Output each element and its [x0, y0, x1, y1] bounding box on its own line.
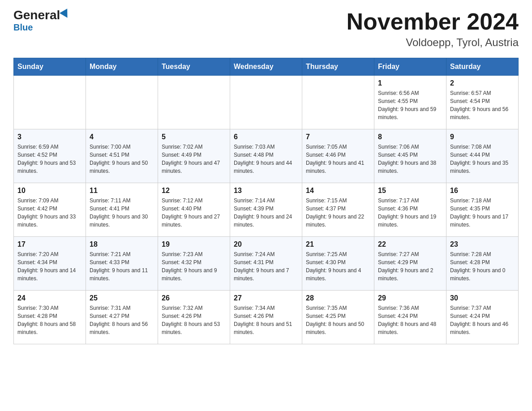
- day-number: 7: [306, 133, 370, 141]
- page-header: General Blue November 2024 Voldoepp, Tyr…: [13, 9, 519, 49]
- day-number: 11: [90, 187, 154, 195]
- day-number: 9: [450, 133, 515, 141]
- calendar-cell: [86, 76, 158, 129]
- day-info: Sunrise: 7:09 AM Sunset: 4:42 PM Dayligh…: [17, 197, 82, 229]
- calendar-cell: 17Sunrise: 7:20 AM Sunset: 4:34 PM Dayli…: [14, 237, 86, 291]
- day-number: 12: [162, 187, 226, 195]
- day-number: 1: [378, 79, 442, 87]
- day-info: Sunrise: 7:05 AM Sunset: 4:46 PM Dayligh…: [306, 143, 370, 175]
- calendar-cell: 15Sunrise: 7:17 AM Sunset: 4:36 PM Dayli…: [374, 183, 446, 237]
- calendar-cell: 22Sunrise: 7:27 AM Sunset: 4:29 PM Dayli…: [374, 237, 446, 291]
- day-number: 19: [162, 240, 226, 248]
- calendar-cell: 16Sunrise: 7:18 AM Sunset: 4:35 PM Dayli…: [446, 183, 519, 237]
- col-header-thursday: Thursday: [302, 58, 374, 76]
- day-number: 28: [306, 294, 370, 302]
- day-info: Sunrise: 7:18 AM Sunset: 4:35 PM Dayligh…: [450, 197, 515, 229]
- day-number: 16: [450, 187, 515, 195]
- day-number: 27: [234, 294, 298, 302]
- calendar-cell: 29Sunrise: 7:36 AM Sunset: 4:24 PM Dayli…: [374, 291, 446, 344]
- day-info: Sunrise: 7:20 AM Sunset: 4:34 PM Dayligh…: [17, 250, 82, 283]
- logo-main: General: [13, 9, 70, 21]
- day-info: Sunrise: 7:14 AM Sunset: 4:39 PM Dayligh…: [234, 197, 298, 229]
- day-info: Sunrise: 7:30 AM Sunset: 4:28 PM Dayligh…: [17, 304, 82, 336]
- week-row-5: 24Sunrise: 7:30 AM Sunset: 4:28 PM Dayli…: [14, 291, 519, 344]
- calendar-cell: 8Sunrise: 7:06 AM Sunset: 4:45 PM Daylig…: [374, 129, 446, 183]
- day-info: Sunrise: 7:06 AM Sunset: 4:45 PM Dayligh…: [378, 143, 442, 175]
- calendar-cell: 13Sunrise: 7:14 AM Sunset: 4:39 PM Dayli…: [230, 183, 302, 237]
- calendar-cell: 18Sunrise: 7:21 AM Sunset: 4:33 PM Dayli…: [86, 237, 158, 291]
- week-row-1: 1Sunrise: 6:56 AM Sunset: 4:55 PM Daylig…: [14, 76, 519, 129]
- day-number: 17: [17, 240, 82, 248]
- calendar-cell: 19Sunrise: 7:23 AM Sunset: 4:32 PM Dayli…: [158, 237, 230, 291]
- calendar-cell: 14Sunrise: 7:15 AM Sunset: 4:37 PM Dayli…: [302, 183, 374, 237]
- day-info: Sunrise: 7:31 AM Sunset: 4:27 PM Dayligh…: [90, 304, 154, 336]
- calendar-cell: 21Sunrise: 7:25 AM Sunset: 4:30 PM Dayli…: [302, 237, 374, 291]
- calendar-cell: 27Sunrise: 7:34 AM Sunset: 4:26 PM Dayli…: [230, 291, 302, 344]
- day-number: 10: [17, 187, 82, 195]
- calendar-cell: [158, 76, 230, 129]
- day-info: Sunrise: 7:00 AM Sunset: 4:51 PM Dayligh…: [90, 143, 154, 175]
- calendar-cell: 26Sunrise: 7:32 AM Sunset: 4:26 PM Dayli…: [158, 291, 230, 344]
- col-header-tuesday: Tuesday: [158, 58, 230, 76]
- day-number: 21: [306, 240, 370, 248]
- day-info: Sunrise: 6:59 AM Sunset: 4:52 PM Dayligh…: [17, 143, 82, 175]
- calendar-cell: 2Sunrise: 6:57 AM Sunset: 4:54 PM Daylig…: [446, 76, 519, 129]
- calendar-cell: 23Sunrise: 7:28 AM Sunset: 4:28 PM Dayli…: [446, 237, 519, 291]
- logo-subtitle: Blue: [13, 22, 33, 33]
- day-number: 20: [234, 240, 298, 248]
- calendar-cell: 25Sunrise: 7:31 AM Sunset: 4:27 PM Dayli…: [86, 291, 158, 344]
- day-info: Sunrise: 6:56 AM Sunset: 4:55 PM Dayligh…: [378, 89, 442, 121]
- day-info: Sunrise: 6:57 AM Sunset: 4:54 PM Dayligh…: [450, 89, 515, 121]
- day-info: Sunrise: 7:25 AM Sunset: 4:30 PM Dayligh…: [306, 250, 370, 283]
- calendar-cell: 6Sunrise: 7:03 AM Sunset: 4:48 PM Daylig…: [230, 129, 302, 183]
- day-number: 4: [90, 133, 154, 141]
- col-header-sunday: Sunday: [14, 58, 86, 76]
- calendar-cell: 3Sunrise: 6:59 AM Sunset: 4:52 PM Daylig…: [14, 129, 86, 183]
- day-number: 18: [90, 240, 154, 248]
- col-header-saturday: Saturday: [446, 58, 519, 76]
- calendar-cell: [302, 76, 374, 129]
- day-info: Sunrise: 7:21 AM Sunset: 4:33 PM Dayligh…: [90, 250, 154, 283]
- day-info: Sunrise: 7:24 AM Sunset: 4:31 PM Dayligh…: [234, 250, 298, 283]
- week-row-3: 10Sunrise: 7:09 AM Sunset: 4:42 PM Dayli…: [14, 183, 519, 237]
- day-number: 22: [378, 240, 442, 248]
- col-header-monday: Monday: [86, 58, 158, 76]
- day-number: 23: [450, 240, 515, 248]
- calendar-header-row: SundayMondayTuesdayWednesdayThursdayFrid…: [14, 58, 519, 76]
- calendar-cell: 20Sunrise: 7:24 AM Sunset: 4:31 PM Dayli…: [230, 237, 302, 291]
- day-info: Sunrise: 7:12 AM Sunset: 4:40 PM Dayligh…: [162, 197, 226, 229]
- day-info: Sunrise: 7:17 AM Sunset: 4:36 PM Dayligh…: [378, 197, 442, 229]
- calendar-table: SundayMondayTuesdayWednesdayThursdayFrid…: [13, 58, 519, 344]
- calendar-cell: 11Sunrise: 7:11 AM Sunset: 4:41 PM Dayli…: [86, 183, 158, 237]
- day-number: 8: [378, 133, 442, 141]
- day-number: 15: [378, 187, 442, 195]
- day-number: 6: [234, 133, 298, 141]
- day-info: Sunrise: 7:37 AM Sunset: 4:24 PM Dayligh…: [450, 304, 515, 336]
- calendar-cell: 9Sunrise: 7:08 AM Sunset: 4:44 PM Daylig…: [446, 129, 519, 183]
- day-info: Sunrise: 7:11 AM Sunset: 4:41 PM Dayligh…: [90, 197, 154, 229]
- calendar-cell: 4Sunrise: 7:00 AM Sunset: 4:51 PM Daylig…: [86, 129, 158, 183]
- day-number: 30: [450, 294, 515, 302]
- day-info: Sunrise: 7:36 AM Sunset: 4:24 PM Dayligh…: [378, 304, 442, 336]
- col-header-friday: Friday: [374, 58, 446, 76]
- calendar-cell: 1Sunrise: 6:56 AM Sunset: 4:55 PM Daylig…: [374, 76, 446, 129]
- day-info: Sunrise: 7:35 AM Sunset: 4:25 PM Dayligh…: [306, 304, 370, 336]
- day-number: 13: [234, 187, 298, 195]
- day-number: 25: [90, 294, 154, 302]
- logo: General Blue: [13, 9, 70, 33]
- day-number: 29: [378, 294, 442, 302]
- calendar-cell: [14, 76, 86, 129]
- day-number: 24: [17, 294, 82, 302]
- day-info: Sunrise: 7:23 AM Sunset: 4:32 PM Dayligh…: [162, 250, 226, 283]
- day-number: 5: [162, 133, 226, 141]
- week-row-2: 3Sunrise: 6:59 AM Sunset: 4:52 PM Daylig…: [14, 129, 519, 183]
- day-info: Sunrise: 7:03 AM Sunset: 4:48 PM Dayligh…: [234, 143, 298, 175]
- calendar-cell: 10Sunrise: 7:09 AM Sunset: 4:42 PM Dayli…: [14, 183, 86, 237]
- day-info: Sunrise: 7:15 AM Sunset: 4:37 PM Dayligh…: [306, 197, 370, 229]
- calendar-title: November 2024: [347, 9, 519, 34]
- col-header-wednesday: Wednesday: [230, 58, 302, 76]
- calendar-cell: 7Sunrise: 7:05 AM Sunset: 4:46 PM Daylig…: [302, 129, 374, 183]
- day-number: 26: [162, 294, 226, 302]
- calendar-cell: 24Sunrise: 7:30 AM Sunset: 4:28 PM Dayli…: [14, 291, 86, 344]
- calendar-cell: [230, 76, 302, 129]
